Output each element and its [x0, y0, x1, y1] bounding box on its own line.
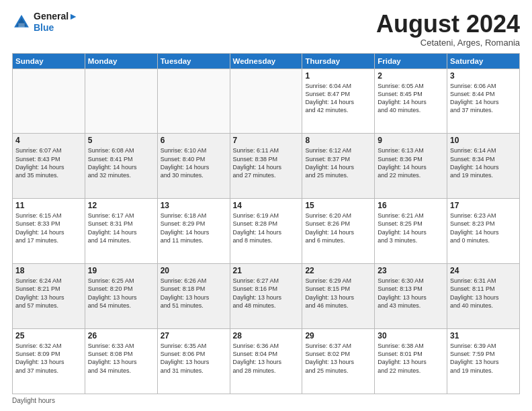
- calendar-cell: 8Sunrise: 6:12 AM Sunset: 8:37 PM Daylig…: [302, 134, 375, 199]
- logo: General► Blue: [12, 11, 78, 34]
- day-number: 27: [161, 331, 227, 340]
- day-number: 19: [88, 266, 154, 275]
- calendar-cell: [157, 68, 230, 134]
- day-number: 9: [378, 136, 444, 145]
- calendar-week-3: 11Sunrise: 6:15 AM Sunset: 8:33 PM Dayli…: [13, 199, 520, 264]
- day-number: 21: [233, 266, 300, 275]
- col-header-wednesday: Wednesday: [230, 53, 302, 68]
- day-info: Sunrise: 6:27 AM Sunset: 8:16 PM Dayligh…: [233, 277, 300, 310]
- day-number: 29: [305, 331, 371, 340]
- day-info: Sunrise: 6:11 AM Sunset: 8:38 PM Dayligh…: [233, 146, 300, 179]
- calendar-cell: 13Sunrise: 6:18 AM Sunset: 8:29 PM Dayli…: [157, 199, 230, 264]
- day-number: 5: [88, 136, 154, 145]
- day-number: 18: [15, 266, 82, 275]
- day-number: 2: [378, 71, 444, 81]
- day-info: Sunrise: 6:14 AM Sunset: 8:34 PM Dayligh…: [450, 146, 517, 179]
- footer-note: Daylight hours: [12, 397, 520, 404]
- day-info: Sunrise: 6:21 AM Sunset: 8:25 PM Dayligh…: [378, 212, 444, 244]
- day-info: Sunrise: 6:17 AM Sunset: 8:31 PM Dayligh…: [88, 212, 154, 244]
- day-info: Sunrise: 6:33 AM Sunset: 8:08 PM Dayligh…: [88, 342, 154, 375]
- calendar-week-2: 4Sunrise: 6:07 AM Sunset: 8:43 PM Daylig…: [13, 134, 520, 199]
- calendar-week-1: 1Sunrise: 6:04 AM Sunset: 8:47 PM Daylig…: [13, 68, 520, 134]
- day-number: 11: [15, 201, 82, 210]
- day-number: 14: [233, 201, 300, 210]
- day-info: Sunrise: 6:26 AM Sunset: 8:18 PM Dayligh…: [161, 277, 227, 310]
- day-info: Sunrise: 6:24 AM Sunset: 8:21 PM Dayligh…: [15, 277, 82, 310]
- day-info: Sunrise: 6:10 AM Sunset: 8:40 PM Dayligh…: [161, 146, 227, 179]
- location-subtitle: Cetateni, Arges, Romania: [376, 38, 520, 48]
- day-info: Sunrise: 6:06 AM Sunset: 8:44 PM Dayligh…: [450, 82, 517, 115]
- calendar-cell: 31Sunrise: 6:39 AM Sunset: 7:59 PM Dayli…: [447, 329, 520, 394]
- header: General► Blue August 2024 Cetateni, Arge…: [12, 11, 520, 48]
- day-info: Sunrise: 6:12 AM Sunset: 8:37 PM Dayligh…: [305, 146, 371, 179]
- col-header-saturday: Saturday: [447, 53, 520, 68]
- day-number: 15: [305, 201, 371, 210]
- calendar-cell: 21Sunrise: 6:27 AM Sunset: 8:16 PM Dayli…: [230, 264, 302, 329]
- day-number: 25: [15, 331, 82, 340]
- calendar-cell: 17Sunrise: 6:23 AM Sunset: 8:23 PM Dayli…: [447, 199, 520, 264]
- calendar-cell: 7Sunrise: 6:11 AM Sunset: 8:38 PM Daylig…: [230, 134, 302, 199]
- day-number: 20: [161, 266, 227, 275]
- calendar-cell: 18Sunrise: 6:24 AM Sunset: 8:21 PM Dayli…: [13, 264, 85, 329]
- calendar-week-4: 18Sunrise: 6:24 AM Sunset: 8:21 PM Dayli…: [13, 264, 520, 329]
- day-info: Sunrise: 6:04 AM Sunset: 8:47 PM Dayligh…: [305, 82, 371, 115]
- logo-icon: [12, 13, 31, 32]
- day-info: Sunrise: 6:23 AM Sunset: 8:23 PM Dayligh…: [450, 212, 517, 244]
- calendar-cell: 15Sunrise: 6:20 AM Sunset: 8:26 PM Dayli…: [302, 199, 375, 264]
- day-info: Sunrise: 6:37 AM Sunset: 8:02 PM Dayligh…: [305, 342, 371, 375]
- day-number: 22: [305, 266, 371, 275]
- day-info: Sunrise: 6:15 AM Sunset: 8:33 PM Dayligh…: [15, 212, 82, 244]
- day-info: Sunrise: 6:18 AM Sunset: 8:29 PM Dayligh…: [161, 212, 227, 244]
- calendar-cell: 9Sunrise: 6:13 AM Sunset: 8:36 PM Daylig…: [375, 134, 447, 199]
- day-info: Sunrise: 6:29 AM Sunset: 8:15 PM Dayligh…: [305, 277, 371, 310]
- day-number: 3: [450, 71, 517, 81]
- day-number: 24: [450, 266, 517, 275]
- col-header-friday: Friday: [375, 53, 447, 68]
- calendar-cell: 6Sunrise: 6:10 AM Sunset: 8:40 PM Daylig…: [157, 134, 230, 199]
- day-number: 1: [305, 71, 371, 81]
- col-header-sunday: Sunday: [13, 53, 85, 68]
- calendar-cell: 19Sunrise: 6:25 AM Sunset: 8:20 PM Dayli…: [85, 264, 157, 329]
- col-header-thursday: Thursday: [302, 53, 375, 68]
- day-number: 10: [450, 136, 517, 145]
- day-number: 23: [378, 266, 444, 275]
- calendar-cell: 20Sunrise: 6:26 AM Sunset: 8:18 PM Dayli…: [157, 264, 230, 329]
- day-info: Sunrise: 6:05 AM Sunset: 8:45 PM Dayligh…: [378, 82, 444, 115]
- calendar-cell: 23Sunrise: 6:30 AM Sunset: 8:13 PM Dayli…: [375, 264, 447, 329]
- calendar-cell: 10Sunrise: 6:14 AM Sunset: 8:34 PM Dayli…: [447, 134, 520, 199]
- month-title: August 2024: [376, 11, 520, 38]
- day-number: 26: [88, 331, 154, 340]
- day-number: 6: [161, 136, 227, 145]
- day-info: Sunrise: 6:31 AM Sunset: 8:11 PM Dayligh…: [450, 277, 517, 310]
- day-info: Sunrise: 6:08 AM Sunset: 8:41 PM Dayligh…: [88, 146, 154, 179]
- calendar-table: SundayMondayTuesdayWednesdayThursdayFrid…: [12, 53, 520, 394]
- calendar-cell: 1Sunrise: 6:04 AM Sunset: 8:47 PM Daylig…: [302, 68, 375, 134]
- day-info: Sunrise: 6:07 AM Sunset: 8:43 PM Dayligh…: [15, 146, 82, 179]
- day-info: Sunrise: 6:38 AM Sunset: 8:01 PM Dayligh…: [378, 342, 444, 375]
- calendar-cell: 2Sunrise: 6:05 AM Sunset: 8:45 PM Daylig…: [375, 68, 447, 134]
- calendar-cell: [85, 68, 157, 134]
- calendar-cell: 3Sunrise: 6:06 AM Sunset: 8:44 PM Daylig…: [447, 68, 520, 134]
- col-header-tuesday: Tuesday: [157, 53, 230, 68]
- calendar-cell: [13, 68, 85, 134]
- col-header-monday: Monday: [85, 53, 157, 68]
- calendar-cell: 11Sunrise: 6:15 AM Sunset: 8:33 PM Dayli…: [13, 199, 85, 264]
- day-info: Sunrise: 6:30 AM Sunset: 8:13 PM Dayligh…: [378, 277, 444, 310]
- calendar-cell: 22Sunrise: 6:29 AM Sunset: 8:15 PM Dayli…: [302, 264, 375, 329]
- day-info: Sunrise: 6:25 AM Sunset: 8:20 PM Dayligh…: [88, 277, 154, 310]
- day-info: Sunrise: 6:32 AM Sunset: 8:09 PM Dayligh…: [15, 342, 82, 375]
- day-info: Sunrise: 6:13 AM Sunset: 8:36 PM Dayligh…: [378, 146, 444, 179]
- calendar-cell: 28Sunrise: 6:36 AM Sunset: 8:04 PM Dayli…: [230, 329, 302, 394]
- calendar-cell: 16Sunrise: 6:21 AM Sunset: 8:25 PM Dayli…: [375, 199, 447, 264]
- calendar-cell: 26Sunrise: 6:33 AM Sunset: 8:08 PM Dayli…: [85, 329, 157, 394]
- calendar-cell: 12Sunrise: 6:17 AM Sunset: 8:31 PM Dayli…: [85, 199, 157, 264]
- day-number: 30: [378, 331, 444, 340]
- calendar-cell: 25Sunrise: 6:32 AM Sunset: 8:09 PM Dayli…: [13, 329, 85, 394]
- calendar-cell: 4Sunrise: 6:07 AM Sunset: 8:43 PM Daylig…: [13, 134, 85, 199]
- day-info: Sunrise: 6:39 AM Sunset: 7:59 PM Dayligh…: [450, 342, 517, 375]
- day-info: Sunrise: 6:35 AM Sunset: 8:06 PM Dayligh…: [161, 342, 227, 375]
- day-number: 28: [233, 331, 300, 340]
- calendar-cell: 14Sunrise: 6:19 AM Sunset: 8:28 PM Dayli…: [230, 199, 302, 264]
- title-block: August 2024 Cetateni, Arges, Romania: [376, 11, 520, 48]
- day-number: 13: [161, 201, 227, 210]
